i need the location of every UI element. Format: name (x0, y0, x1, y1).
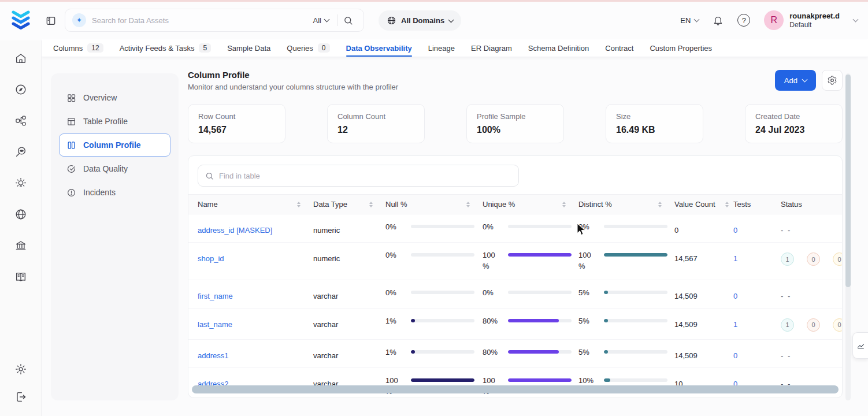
stat-label: Created Date (755, 112, 832, 121)
horizontal-scrollbar[interactable] (192, 385, 839, 393)
tab-custom-properties[interactable]: Custom Properties (650, 39, 712, 57)
tab-count-badge: 5 (199, 43, 211, 53)
vertical-scrollbar-thumb[interactable] (845, 75, 851, 287)
stat-value: 14,567 (198, 125, 275, 135)
distinct-percent-cell: 100 % (578, 250, 674, 272)
status-failed-badge[interactable]: 0 (833, 252, 843, 266)
data-type-cell: numeric (313, 222, 385, 235)
avatar[interactable]: R (764, 10, 784, 30)
tests-count-link[interactable]: 0 (733, 351, 737, 360)
search-scope-dropdown[interactable]: All (307, 16, 335, 25)
notifications-bell-icon[interactable] (713, 15, 724, 26)
column-name-link[interactable]: address_id [MASKED] (198, 226, 272, 235)
unique-percent-value: 80% (483, 316, 502, 327)
unique-percent-cell: 100 % (483, 250, 578, 272)
sort-icon[interactable] (658, 202, 662, 207)
data-assets-hierarchy-icon[interactable] (14, 114, 27, 127)
tab-columns[interactable]: Columns12 (53, 39, 103, 57)
sort-icon[interactable] (369, 202, 373, 207)
tab-schema-definition[interactable]: Schema Definition (528, 39, 589, 57)
settings-gear-icon[interactable] (14, 363, 27, 376)
user-menu[interactable]: R rounakpreet.d Default (764, 10, 858, 30)
ai-sparkle-icon[interactable]: ✦ (72, 13, 86, 27)
find-in-table-input[interactable] (219, 172, 511, 180)
tab-data-observability[interactable]: Data Observability (346, 39, 412, 57)
distinct-percent-value: 5% (578, 347, 598, 358)
sort-icon[interactable] (725, 202, 729, 207)
distinct-percent-value: 5% (578, 288, 598, 299)
global-search-bar[interactable]: ✦ All (65, 9, 364, 32)
tab-sample-data[interactable]: Sample Data (227, 39, 270, 57)
col-header-unique[interactable]: Unique % (483, 200, 578, 209)
language-dropdown[interactable]: EN (680, 16, 699, 25)
column-name-link[interactable]: shop_id (198, 254, 224, 263)
sidebar-toggle-icon[interactable] (45, 15, 57, 28)
menu-item-incidents[interactable]: Incidents (59, 181, 170, 204)
col-header-distinct[interactable]: Distinct % (578, 200, 674, 209)
domains-dropdown[interactable]: All Domains (379, 10, 461, 31)
find-in-table[interactable] (198, 165, 519, 187)
status-failed-badge[interactable]: 0 (833, 318, 843, 332)
data-type-cell: varchar (313, 288, 385, 300)
tab-er-diagram[interactable]: ER Diagram (471, 39, 512, 57)
profiler-settings-button[interactable] (822, 70, 843, 91)
value-count-cell: 0 (674, 222, 733, 235)
help-icon[interactable]: ? (737, 14, 750, 27)
search-icon[interactable] (340, 16, 357, 25)
col-header-null[interactable]: Null % (385, 200, 483, 209)
tests-count-link[interactable]: 0 (733, 292, 737, 300)
add-button[interactable]: Add (775, 70, 816, 91)
tests-count-link[interactable]: 1 (733, 254, 737, 263)
status-success-badge[interactable]: 1 (781, 318, 794, 332)
distinct-percent-bar (604, 291, 667, 294)
status-badges: 1 0 0 (781, 252, 843, 266)
home-icon[interactable] (14, 52, 27, 65)
menu-item-overview[interactable]: Overview (59, 86, 170, 109)
distinct-percent-bar (604, 225, 667, 228)
sort-icon[interactable] (466, 202, 470, 207)
openmetadata-logo[interactable] (10, 9, 31, 33)
govern-bank-icon[interactable] (14, 239, 27, 252)
column-name-link[interactable]: address1 (198, 351, 228, 360)
tab-lineage[interactable]: Lineage (428, 39, 455, 57)
stat-value: 100% (477, 125, 554, 135)
insights-bulb-icon[interactable] (14, 177, 27, 190)
tab-contract[interactable]: Contract (605, 39, 633, 57)
tab-label: Schema Definition (528, 44, 589, 53)
observability-search-eye-icon[interactable] (14, 146, 27, 158)
stat-card-row-count: Row Count 14,567 (188, 104, 285, 143)
domains-globe-icon[interactable] (14, 208, 27, 221)
table-row: shop_id numeric 0% 100 % 100 % 14,567 1 … (188, 243, 842, 280)
tests-count-link[interactable]: 1 (733, 320, 737, 329)
col-header-value-count[interactable]: Value Count (674, 200, 733, 209)
menu-item-table-profile[interactable]: Table Profile (59, 110, 170, 133)
data-type-cell: varchar (313, 316, 385, 329)
table-row: address1 varchar 1% 80% 5% 14,509 0 - - (188, 340, 842, 368)
status-aborted-badge[interactable]: 0 (807, 318, 820, 332)
column-name-link[interactable]: first_name (198, 292, 233, 300)
sort-icon[interactable] (562, 202, 566, 207)
null-percent-value: 1% (385, 347, 405, 358)
logout-icon[interactable] (14, 391, 27, 403)
side-panel-toggle[interactable] (852, 332, 868, 359)
global-search-input[interactable] (92, 16, 307, 25)
value-count-cell: 14,509 (674, 288, 733, 300)
sort-icon[interactable] (297, 202, 301, 207)
distinct-percent-value: 0% (578, 222, 598, 233)
tab-activity-feeds[interactable]: Activity Feeds & Tasks5 (120, 39, 212, 57)
status-aborted-badge[interactable]: 0 (807, 252, 820, 266)
menu-item-column-profile[interactable]: Column Profile (59, 133, 170, 157)
unique-percent-value: 80% (483, 347, 502, 358)
col-header-name[interactable]: Name (198, 200, 313, 209)
col-header-data-type[interactable]: Data Type (313, 200, 385, 209)
glossary-book-icon[interactable] (14, 270, 27, 283)
tab-queries[interactable]: Queries0 (287, 39, 329, 57)
null-percent-bar (411, 225, 474, 228)
status-success-badge[interactable]: 1 (781, 252, 794, 266)
tests-count-link[interactable]: 0 (733, 226, 737, 235)
menu-item-data-quality[interactable]: Data Quality (59, 157, 170, 180)
tab-count-badge: 12 (87, 43, 103, 53)
status-empty: - - (781, 292, 791, 300)
column-name-link[interactable]: last_name (198, 320, 232, 329)
explore-compass-icon[interactable] (14, 83, 27, 96)
